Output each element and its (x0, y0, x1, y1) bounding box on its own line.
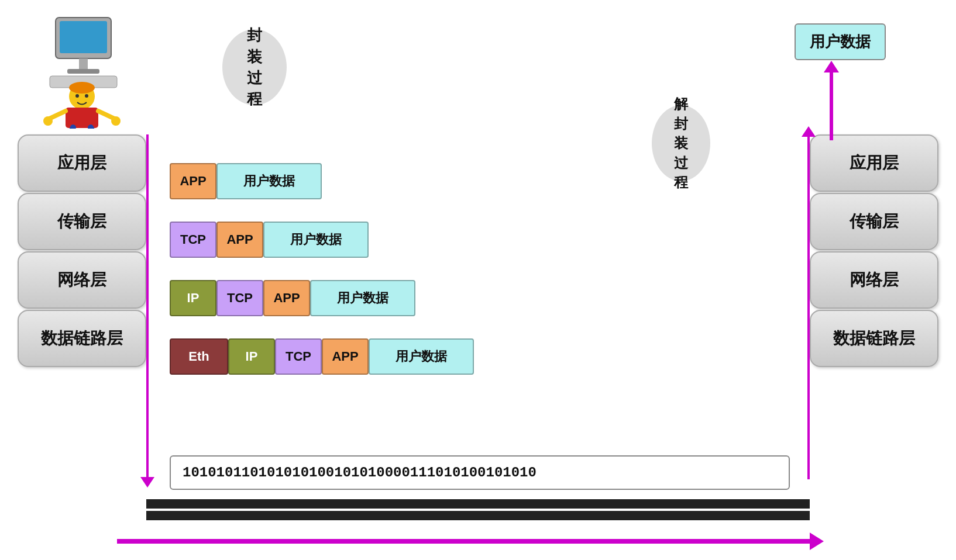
svg-point-10 (43, 116, 53, 126)
svg-rect-7 (66, 108, 98, 128)
block-eth-4: Eth (170, 338, 228, 375)
data-row-ip: IP TCP APP 用户数据 (170, 278, 474, 319)
left-stack: 应用层 传输层 网络层 数据链路层 (18, 134, 146, 368)
left-layer-network: 网络层 (18, 251, 146, 309)
right-layer-datalink: 数据链路层 (810, 310, 938, 367)
encap-label: 封装过程 (222, 29, 287, 105)
svg-point-6 (69, 82, 95, 94)
left-down-arrow (146, 134, 149, 479)
userdata-down-arrow (830, 70, 833, 140)
data-rows: APP 用户数据 TCP APP 用户数据 IP TCP APP 用户数据 Et… (170, 161, 474, 377)
svg-point-14 (75, 94, 79, 98)
left-layer-datalink: 数据链路层 (18, 310, 146, 367)
block-app-3: APP (263, 280, 310, 316)
decap-label: 解封装过程 (652, 105, 710, 181)
left-layer-transport: 传输层 (18, 193, 146, 250)
right-layer-transport: 传输层 (810, 193, 938, 250)
block-app-1: APP (170, 163, 216, 199)
left-layer-app: 应用层 (18, 134, 146, 192)
main-container: 应用层 传输层 网络层 数据链路层 应用层 传输层 网络层 数据链路层 用户数据… (0, 0, 956, 560)
right-stack: 应用层 传输层 网络层 数据链路层 (810, 134, 938, 368)
block-app-4: APP (322, 338, 369, 375)
user-data-box: 用户数据 (795, 23, 886, 60)
block-userdata-3: 用户数据 (310, 280, 415, 316)
block-tcp-4: TCP (275, 338, 322, 375)
bottom-arrow (117, 539, 813, 544)
svg-point-11 (111, 116, 121, 126)
svg-rect-2 (79, 58, 88, 70)
svg-point-15 (85, 94, 88, 98)
right-layer-network: 网络层 (810, 251, 938, 309)
computer-figure (23, 12, 140, 129)
data-row-tcp: TCP APP 用户数据 (170, 219, 474, 260)
block-app-2: APP (216, 222, 263, 258)
physical-lines (146, 499, 810, 520)
block-tcp-3: TCP (216, 280, 263, 316)
block-ip-3: IP (170, 280, 216, 316)
right-up-arrow (807, 134, 810, 479)
block-userdata-2: 用户数据 (263, 222, 369, 258)
block-userdata-1: 用户数据 (216, 163, 322, 199)
right-layer-app: 应用层 (810, 134, 938, 192)
block-tcp-2: TCP (170, 222, 216, 258)
binary-box: 1010101101010101001010100001110101001010… (170, 455, 790, 490)
block-userdata-4: 用户数据 (369, 338, 474, 375)
data-row-eth: Eth IP TCP APP 用户数据 (170, 336, 474, 377)
svg-rect-3 (67, 69, 99, 74)
data-row-app: APP 用户数据 (170, 161, 474, 202)
block-ip-4: IP (228, 338, 275, 375)
svg-rect-1 (60, 21, 107, 53)
